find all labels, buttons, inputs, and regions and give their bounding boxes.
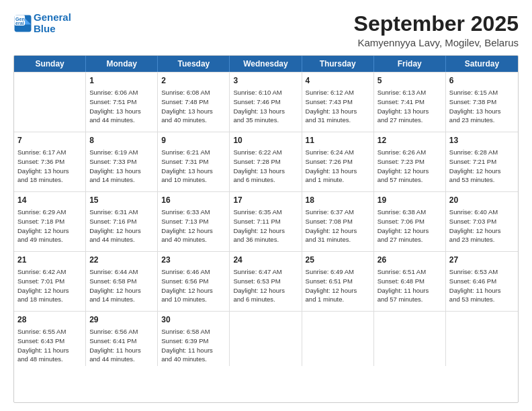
cell-info: Sunrise: 6:35 AMSunset: 7:11 PMDaylight:… — [233, 208, 298, 244]
logo: Gen eral General Blue — [13, 12, 71, 34]
day-number: 20 — [449, 195, 515, 206]
day-cell-26: 26Sunrise: 6:51 AMSunset: 6:48 PMDayligh… — [374, 252, 446, 311]
day-cell-15: 15Sunrise: 6:31 AMSunset: 7:16 PMDayligh… — [86, 192, 158, 251]
day-cell-22: 22Sunrise: 6:44 AMSunset: 6:58 PMDayligh… — [86, 252, 158, 311]
header: Gen eral General Blue September 2025 Kam… — [13, 12, 519, 48]
day-cell-21: 21Sunrise: 6:42 AMSunset: 7:01 PMDayligh… — [14, 252, 86, 311]
day-cell-7: 7Sunrise: 6:17 AMSunset: 7:36 PMDaylight… — [14, 132, 86, 191]
cell-info: Sunrise: 6:21 AMSunset: 7:31 PMDaylight:… — [161, 148, 226, 185]
empty-cell — [230, 312, 302, 366]
calendar: SundayMondayTuesdayWednesdayThursdayFrid… — [13, 55, 519, 403]
day-number: 10 — [233, 135, 298, 146]
day-number: 5 — [378, 75, 442, 87]
day-number: 7 — [17, 135, 82, 146]
day-cell-2: 2Sunrise: 6:08 AMSunset: 7:48 PMDaylight… — [158, 73, 230, 132]
calendar-row-4: 21Sunrise: 6:42 AMSunset: 7:01 PMDayligh… — [14, 251, 518, 311]
day-number: 12 — [378, 135, 442, 146]
day-cell-30: 30Sunrise: 6:58 AMSunset: 6:39 PMDayligh… — [158, 312, 230, 366]
cell-info: Sunrise: 6:22 AMSunset: 7:28 PMDaylight:… — [233, 148, 298, 185]
cell-info: Sunrise: 6:46 AMSunset: 6:56 PMDaylight:… — [161, 267, 226, 304]
day-cell-23: 23Sunrise: 6:46 AMSunset: 6:56 PMDayligh… — [158, 252, 230, 311]
day-number: 11 — [306, 135, 370, 146]
cell-info: Sunrise: 6:24 AMSunset: 7:26 PMDaylight:… — [306, 148, 370, 185]
day-number: 4 — [306, 75, 370, 87]
day-cell-3: 3Sunrise: 6:10 AMSunset: 7:46 PMDaylight… — [230, 73, 302, 132]
weekday-header-wednesday: Wednesday — [230, 56, 302, 72]
cell-info: Sunrise: 6:28 AMSunset: 7:21 PMDaylight:… — [449, 148, 515, 185]
logo-icon: Gen eral — [13, 14, 32, 33]
day-number: 22 — [89, 255, 154, 266]
cell-info: Sunrise: 6:58 AMSunset: 6:39 PMDaylight:… — [161, 327, 226, 364]
day-cell-20: 20Sunrise: 6:40 AMSunset: 7:03 PMDayligh… — [446, 192, 518, 251]
day-cell-27: 27Sunrise: 6:53 AMSunset: 6:46 PMDayligh… — [446, 252, 518, 311]
day-number: 13 — [449, 135, 515, 146]
weekday-header-sunday: Sunday — [14, 56, 86, 72]
day-cell-11: 11Sunrise: 6:24 AMSunset: 7:26 PMDayligh… — [302, 132, 374, 191]
day-cell-1: 1Sunrise: 6:06 AMSunset: 7:51 PMDaylight… — [86, 73, 158, 132]
empty-cell — [374, 312, 446, 366]
day-cell-19: 19Sunrise: 6:38 AMSunset: 7:06 PMDayligh… — [374, 192, 446, 251]
empty-cell — [14, 73, 86, 132]
day-number: 27 — [449, 255, 515, 266]
svg-text:eral: eral — [15, 21, 24, 26]
day-cell-14: 14Sunrise: 6:29 AMSunset: 7:18 PMDayligh… — [14, 192, 86, 251]
weekday-header-saturday: Saturday — [446, 56, 518, 72]
day-number: 2 — [161, 75, 226, 87]
calendar-row-2: 7Sunrise: 6:17 AMSunset: 7:36 PMDaylight… — [14, 132, 518, 191]
cell-info: Sunrise: 6:53 AMSunset: 6:46 PMDaylight:… — [449, 267, 515, 304]
title-block: September 2025 Kamyennyya Lavy, Mogilev,… — [354, 12, 519, 48]
day-cell-17: 17Sunrise: 6:35 AMSunset: 7:11 PMDayligh… — [230, 192, 302, 251]
day-number: 19 — [378, 195, 442, 206]
calendar-body: 1Sunrise: 6:06 AMSunset: 7:51 PMDaylight… — [14, 72, 518, 366]
cell-info: Sunrise: 6:26 AMSunset: 7:23 PMDaylight:… — [378, 148, 442, 185]
cell-info: Sunrise: 6:10 AMSunset: 7:46 PMDaylight:… — [233, 88, 298, 125]
logo-line1: General — [34, 12, 71, 24]
cell-info: Sunrise: 6:33 AMSunset: 7:13 PMDaylight:… — [161, 208, 226, 244]
day-number: 15 — [89, 195, 154, 206]
logo-text-block: General Blue — [34, 12, 71, 34]
calendar-row-5: 28Sunrise: 6:55 AMSunset: 6:43 PMDayligh… — [14, 311, 518, 366]
weekday-header-friday: Friday — [374, 56, 446, 72]
day-cell-12: 12Sunrise: 6:26 AMSunset: 7:23 PMDayligh… — [374, 132, 446, 191]
day-number: 18 — [306, 195, 370, 206]
day-cell-13: 13Sunrise: 6:28 AMSunset: 7:21 PMDayligh… — [446, 132, 518, 191]
day-number: 16 — [161, 195, 226, 206]
calendar-row-1: 1Sunrise: 6:06 AMSunset: 7:51 PMDaylight… — [14, 72, 518, 132]
day-cell-8: 8Sunrise: 6:19 AMSunset: 7:33 PMDaylight… — [86, 132, 158, 191]
cell-info: Sunrise: 6:44 AMSunset: 6:58 PMDaylight:… — [89, 267, 154, 304]
day-number: 1 — [89, 75, 154, 87]
cell-info: Sunrise: 6:31 AMSunset: 7:16 PMDaylight:… — [89, 208, 154, 244]
day-cell-25: 25Sunrise: 6:49 AMSunset: 6:51 PMDayligh… — [302, 252, 374, 311]
month-title: September 2025 — [354, 12, 519, 36]
cell-info: Sunrise: 6:17 AMSunset: 7:36 PMDaylight:… — [17, 148, 82, 185]
cell-info: Sunrise: 6:37 AMSunset: 7:08 PMDaylight:… — [306, 208, 370, 244]
day-cell-9: 9Sunrise: 6:21 AMSunset: 7:31 PMDaylight… — [158, 132, 230, 191]
day-number: 3 — [233, 75, 298, 87]
cell-info: Sunrise: 6:56 AMSunset: 6:41 PMDaylight:… — [89, 327, 154, 364]
day-number: 25 — [306, 255, 370, 266]
cell-info: Sunrise: 6:38 AMSunset: 7:06 PMDaylight:… — [378, 208, 442, 244]
cell-info: Sunrise: 6:47 AMSunset: 6:53 PMDaylight:… — [233, 267, 298, 304]
day-cell-10: 10Sunrise: 6:22 AMSunset: 7:28 PMDayligh… — [230, 132, 302, 191]
day-cell-29: 29Sunrise: 6:56 AMSunset: 6:41 PMDayligh… — [86, 312, 158, 366]
day-number: 8 — [89, 135, 154, 146]
cell-info: Sunrise: 6:49 AMSunset: 6:51 PMDaylight:… — [306, 267, 370, 304]
day-number: 9 — [161, 135, 226, 146]
day-cell-28: 28Sunrise: 6:55 AMSunset: 6:43 PMDayligh… — [14, 312, 86, 366]
cell-info: Sunrise: 6:29 AMSunset: 7:18 PMDaylight:… — [17, 208, 82, 244]
cell-info: Sunrise: 6:40 AMSunset: 7:03 PMDaylight:… — [449, 208, 515, 244]
cell-info: Sunrise: 6:55 AMSunset: 6:43 PMDaylight:… — [17, 327, 82, 364]
day-cell-4: 4Sunrise: 6:12 AMSunset: 7:43 PMDaylight… — [302, 73, 374, 132]
day-number: 14 — [17, 195, 82, 206]
day-number: 17 — [233, 195, 298, 206]
day-number: 29 — [89, 314, 154, 326]
day-number: 28 — [17, 314, 82, 326]
day-number: 30 — [161, 314, 226, 326]
logo-line2: Blue — [34, 24, 71, 35]
location-title: Kamyennyya Lavy, Mogilev, Belarus — [354, 37, 519, 48]
empty-cell — [446, 312, 518, 366]
weekday-header-thursday: Thursday — [302, 56, 374, 72]
cell-info: Sunrise: 6:51 AMSunset: 6:48 PMDaylight:… — [378, 267, 442, 304]
day-number: 23 — [161, 255, 226, 266]
cell-info: Sunrise: 6:06 AMSunset: 7:51 PMDaylight:… — [89, 88, 154, 125]
